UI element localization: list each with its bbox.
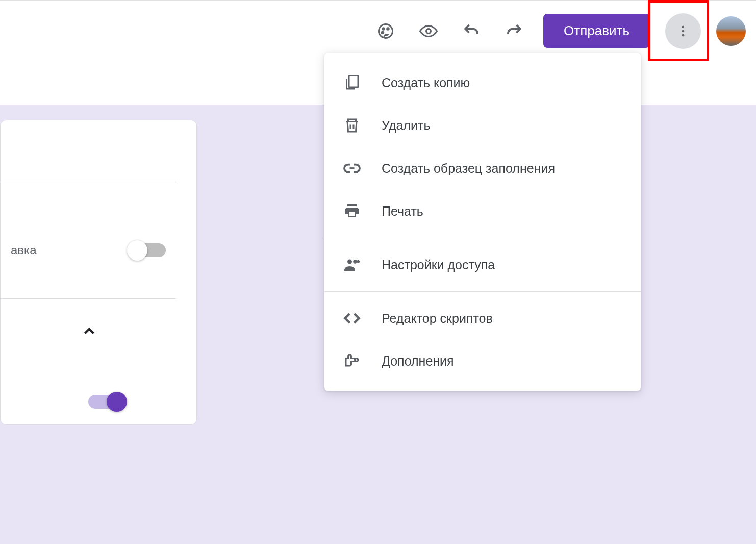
divider (1, 182, 176, 182)
theme-button[interactable] (372, 17, 399, 45)
code-icon (343, 309, 361, 327)
menu-label: Дополнения (382, 354, 454, 369)
menu-label: Печать (382, 204, 423, 219)
svg-point-3 (382, 32, 384, 34)
menu-label: Настройки доступа (382, 257, 495, 272)
svg-rect-8 (349, 76, 358, 88)
menu-item-prefilled-link[interactable]: Создать образец заполнения (324, 147, 641, 190)
collapse-button[interactable] (77, 319, 102, 344)
menu-item-copy[interactable]: Создать копию (324, 61, 641, 104)
toggle-off[interactable] (129, 243, 166, 257)
eye-icon (419, 22, 438, 40)
divider (1, 298, 176, 299)
menu-label: Создать копию (382, 75, 470, 90)
print-icon (343, 202, 361, 220)
undo-button[interactable] (458, 17, 485, 45)
panel-label: авка (11, 243, 36, 257)
toolbar: Отправить (0, 0, 756, 61)
svg-point-6 (682, 30, 685, 32)
link-icon (343, 159, 361, 177)
settings-panel: авка (0, 120, 197, 425)
menu-item-sharing[interactable]: Настройки доступа (324, 243, 641, 286)
avatar[interactable] (716, 16, 746, 46)
menu-divider (324, 291, 641, 292)
redo-icon (505, 22, 523, 40)
svg-point-1 (383, 28, 385, 30)
chevron-up-icon (81, 323, 98, 340)
menu-item-print[interactable]: Печать (324, 190, 641, 232)
person-add-icon (343, 255, 361, 274)
puzzle-icon (343, 352, 361, 370)
toggle-on[interactable] (88, 395, 125, 409)
svg-point-7 (682, 34, 685, 36)
redo-button[interactable] (500, 17, 528, 45)
more-button[interactable] (665, 13, 701, 49)
svg-point-4 (426, 29, 431, 33)
panel-row: авка (1, 233, 176, 268)
menu-label: Удалить (382, 118, 430, 133)
copy-icon (343, 73, 361, 92)
menu-label: Редактор скриптов (382, 311, 493, 326)
svg-point-10 (353, 260, 357, 264)
more-menu: Создать копию Удалить Создать образец за… (324, 53, 641, 391)
preview-button[interactable] (415, 17, 442, 45)
menu-item-script-editor[interactable]: Редактор скриптов (324, 297, 641, 340)
more-vert-icon (676, 24, 690, 38)
svg-point-2 (387, 28, 389, 30)
svg-point-5 (682, 25, 685, 28)
menu-divider (324, 238, 641, 238)
menu-label: Создать образец заполнения (382, 161, 555, 176)
undo-icon (462, 22, 481, 40)
svg-point-0 (379, 24, 393, 38)
send-button[interactable]: Отправить (543, 14, 650, 48)
menu-item-delete[interactable]: Удалить (324, 104, 641, 147)
svg-point-9 (347, 260, 352, 264)
trash-icon (343, 116, 361, 135)
menu-item-addons[interactable]: Дополнения (324, 340, 641, 382)
palette-icon (376, 22, 395, 40)
